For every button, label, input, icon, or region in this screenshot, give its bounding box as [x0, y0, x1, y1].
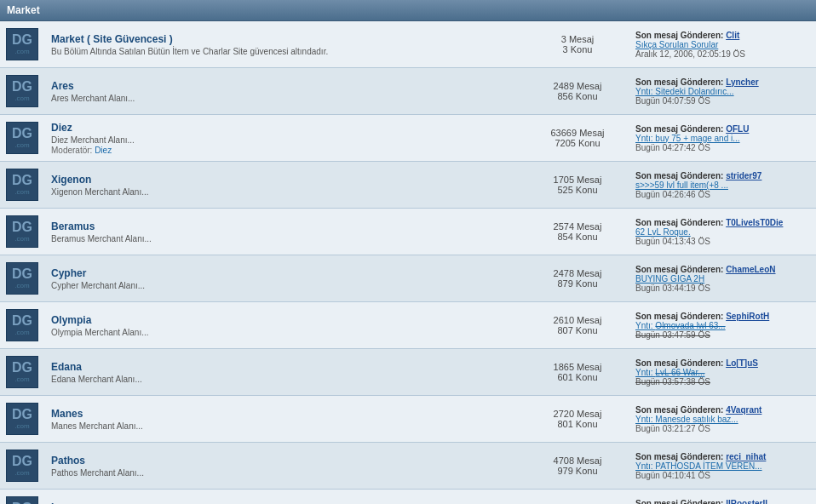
market-header: Market: [0, 0, 816, 21]
last-post-label: Son mesaj Gönderen:: [635, 265, 723, 274]
last-post-label: Son mesaj Gönderen:: [635, 31, 723, 40]
forum-name-link[interactable]: Cypher: [51, 267, 86, 279]
forum-icon: DG .com: [6, 169, 38, 201]
forum-name-link[interactable]: Beramus: [51, 220, 95, 232]
table-row: DG .com Market ( Site Güvencesi ) Bu Böl…: [0, 21, 816, 68]
forum-stats-cell: 1865 Mesaj 601 Konu: [526, 349, 629, 396]
forum-mesaj-count: 3 Mesaj: [533, 34, 622, 44]
last-post-cell: Son mesaj Gönderen: OFLU Yntı: buy 75 + …: [629, 115, 816, 162]
forum-icon-cell: DG .com: [0, 21, 44, 68]
forum-name-link[interactable]: Olympia: [51, 314, 91, 326]
forum-name-cell: Cypher Cypher Merchant Alanı...: [44, 255, 526, 302]
last-post-cell: Son mesaj Gönderen: 4Vaqrant Yntı: Manes…: [629, 396, 816, 443]
forum-icon: DG .com: [6, 262, 38, 295]
forum-stats-cell: 3 Mesaj 3 Konu: [526, 21, 629, 68]
last-post-user-link[interactable]: strider97: [726, 171, 761, 180]
last-post-user-link[interactable]: SephiRotH: [726, 312, 769, 321]
dg-icon: DG: [12, 313, 32, 328]
last-post-user-link[interactable]: 4Vaqrant: [726, 405, 761, 415]
forum-mesaj-count: 2489 Mesaj: [533, 81, 622, 91]
forum-description: Ares Merchant Alanı...: [51, 94, 520, 103]
forum-name-cell: Ares Ares Merchant Alanı...: [44, 68, 526, 115]
forum-mesaj-count: 4708 Mesaj: [533, 455, 622, 466]
forum-mesaj-count: 2720 Mesaj: [533, 409, 622, 419]
forum-icon: DG .com: [6, 356, 38, 388]
last-post-topic-link[interactable]: Yntı: buy 75 + mage and i...: [635, 134, 740, 143]
last-post-topic-link[interactable]: BUYING GIGA 2H: [635, 274, 704, 284]
forum-name-link[interactable]: Market ( Site Güvencesi ): [51, 33, 173, 45]
forum-name-cell: Logos Logos Merchant Alanı...: [44, 490, 526, 505]
last-post-label: Son mesaj Gönderen:: [635, 358, 723, 368]
dg-dot: .com: [12, 329, 32, 336]
last-post-time: Bugün 04:27:42 ÖS: [635, 143, 710, 152]
last-post-user-link[interactable]: Lo[T]uS: [726, 358, 758, 368]
forum-name-cell: Olympia Olympia Merchant Alanı...: [44, 302, 526, 349]
forum-icon-cell: DG .com: [0, 443, 44, 490]
dg-dot: .com: [12, 94, 32, 102]
last-post-time: Bugün 03:21:27 ÖS: [635, 424, 710, 433]
forum-name-link[interactable]: Pathos: [51, 455, 85, 467]
forum-name-cell: Manes Manes Merchant Alanı...: [44, 396, 526, 443]
forum-stats-cell: 2574 Mesaj 854 Konu: [526, 209, 629, 255]
last-post-user-link[interactable]: Lyncher: [726, 77, 759, 87]
last-post-topic-link[interactable]: Yntı: LvL 66 War...: [635, 368, 705, 377]
forum-icon-cell: DG .com: [0, 396, 44, 443]
forum-icon: DG .com: [6, 215, 38, 248]
last-post-topic-link[interactable]: Yntı: Sitedeki Dolandırıc...: [635, 87, 734, 96]
last-post-label: Son mesaj Gönderen:: [635, 218, 723, 227]
forum-stats-cell: 63669 Mesaj 7205 Konu: [526, 115, 629, 162]
last-post-label: Son mesaj Gönderen:: [635, 405, 723, 415]
last-post-user-link[interactable]: Clit: [726, 31, 739, 40]
dg-icon: DG: [12, 220, 32, 234]
forum-name-link[interactable]: Edana: [51, 361, 82, 373]
forum-description: Edana Merchant Alanı...: [51, 375, 520, 384]
forum-stats-cell: 2720 Mesaj 801 Konu: [526, 396, 629, 443]
forum-konu-count: 854 Konu: [533, 232, 622, 242]
last-post-topic-link[interactable]: Yntı: Olmovada lwl 63...: [635, 321, 726, 330]
last-post-user-link[interactable]: reci_nihat: [726, 452, 766, 461]
forum-name-link[interactable]: Diez: [51, 122, 72, 134]
dg-icon: DG: [12, 407, 32, 421]
last-post-topic-link[interactable]: Yntı: PATHOSDA İTEM VEREN...: [635, 461, 762, 471]
dg-dot: .com: [12, 235, 32, 243]
forum-name-cell: Edana Edana Merchant Alanı...: [44, 349, 526, 396]
last-post-user-link[interactable]: ChameLeoN: [726, 265, 775, 274]
forum-konu-count: 601 Konu: [533, 372, 622, 382]
forum-description: Olympia Merchant Alanı...: [51, 328, 520, 337]
forum-stats-cell: 1705 Mesaj 525 Konu: [526, 162, 629, 209]
dg-dot: .com: [12, 375, 32, 383]
forum-icon: DG .com: [6, 28, 38, 60]
last-post-user-link[interactable]: T0LiveIsT0Die: [726, 218, 783, 227]
last-post-topic-link[interactable]: s>>>59 lvl full item(+8 ...: [635, 180, 728, 190]
last-post-label: Son mesaj Gönderen:: [635, 312, 723, 321]
forum-name-link[interactable]: Xigenon: [51, 174, 91, 186]
forum-name-link[interactable]: Logos: [51, 501, 82, 505]
table-row: DG .com Logos Logos Merchant Alanı... 23…: [0, 490, 816, 505]
last-post-label: Son mesaj Gönderen:: [635, 77, 723, 87]
last-post-user-link[interactable]: IIRoosterII: [726, 499, 767, 505]
last-post-cell: Son mesaj Gönderen: reci_nihat Yntı: PAT…: [629, 443, 816, 490]
dg-dot: .com: [12, 188, 32, 196]
last-post-topic-link[interactable]: Yntı: Manesde satılık baz...: [635, 415, 738, 424]
forum-mesaj-count: 63669 Mesaj: [533, 128, 622, 138]
forum-name-link[interactable]: Ares: [51, 80, 74, 92]
forum-table: DG .com Market ( Site Güvencesi ) Bu Böl…: [0, 21, 816, 504]
last-post-topic-link[interactable]: 62 LvL Roque.: [635, 227, 691, 237]
table-row: DG .com Olympia Olympia Merchant Alanı..…: [0, 302, 816, 349]
table-row: DG .com Ares Ares Merchant Alanı... 2489…: [0, 68, 816, 115]
forum-konu-count: 979 Konu: [533, 466, 622, 476]
forum-stats-cell: 2376 Mesaj 609 Konu: [526, 490, 629, 505]
last-post-user-link[interactable]: OFLU: [726, 124, 749, 134]
last-post-topic-link[interactable]: Sıkça Sorulan Sorular: [635, 40, 718, 49]
forum-mesaj-count: 2574 Mesaj: [533, 221, 622, 232]
forum-icon: DG .com: [6, 403, 38, 435]
forum-description: Diez Merchant Alanı...: [51, 135, 520, 145]
last-post-time: Bugün 03:47:59 ÖS: [635, 330, 710, 340]
forum-name-link[interactable]: Manes: [51, 408, 83, 420]
dg-icon: DG: [12, 501, 32, 504]
moderator-link[interactable]: Diez: [95, 146, 112, 155]
last-post-time: Bugün 03:57:38 ÖS: [635, 377, 710, 387]
forum-name-cell: Pathos Pathos Merchant Alanı...: [44, 443, 526, 490]
table-row: DG .com Diez Diez Merchant Alanı... Mode…: [0, 115, 816, 162]
last-post-cell: Son mesaj Gönderen: Clit Sıkça Sorulan S…: [629, 21, 816, 68]
